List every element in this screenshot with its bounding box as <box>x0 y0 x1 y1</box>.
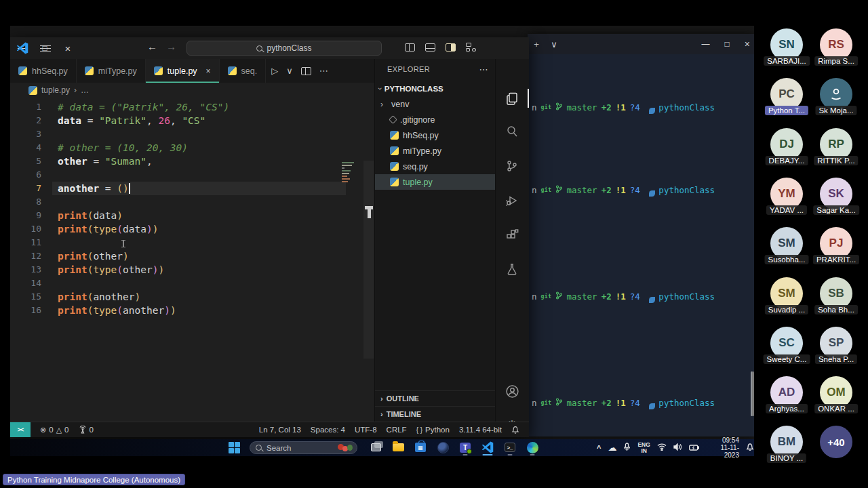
notifications-bell-icon[interactable] <box>511 426 519 434</box>
participants-scrollbar[interactable] <box>752 371 754 416</box>
windows-terminal-icon[interactable]: >_ <box>502 440 517 455</box>
terminal-new-tab-button[interactable]: + <box>528 39 545 49</box>
tab-label: seq. <box>241 66 258 76</box>
line-number: 6 <box>10 168 41 182</box>
customize-layout-icon[interactable] <box>466 43 476 52</box>
file-tree[interactable]: ›venv.gitignorehhSeq.pymiType.pyseq.pytu… <box>375 96 495 190</box>
tray-chevron-icon[interactable]: ^ <box>597 444 601 452</box>
participants-overflow-badge[interactable]: +40 <box>820 426 852 458</box>
file-explorer-icon[interactable] <box>391 440 406 455</box>
split-editor-icon[interactable] <box>301 67 311 75</box>
file-name: hhSeq.py <box>403 131 439 140</box>
run-dropdown-icon[interactable]: ∨ <box>286 66 293 76</box>
battery-icon[interactable] <box>689 444 699 452</box>
activity-bar[interactable]: ⚙ <box>495 59 529 422</box>
run-button[interactable]: ▷ <box>271 66 278 76</box>
notification-bell-icon[interactable] <box>746 443 754 453</box>
editor-actions[interactable]: ▷∨⋯ <box>266 59 328 83</box>
participant-name: ONKAR ... <box>814 404 858 413</box>
text-cursor <box>129 183 130 194</box>
participants-panel[interactable]: SNSARBAJI...RSRimpa S...PCPython T...Sk … <box>756 0 868 488</box>
outline-section[interactable]: ›OUTLINE <box>375 390 495 406</box>
indentation[interactable]: Spaces: 4 <box>311 426 345 434</box>
account-icon[interactable] <box>496 378 528 404</box>
terminal-titlebar[interactable]: + ∨ — □ × <box>528 34 754 54</box>
breadcrumb[interactable]: tuple.py › … <box>10 83 374 98</box>
terminal-window[interactable]: + ∨ — □ × ngitmaster+2!1?4 pythonClassng… <box>528 34 754 436</box>
search-icon[interactable] <box>496 119 528 144</box>
problems-indicator[interactable]: ⊗0 △0 <box>40 426 69 434</box>
git-branch-icon <box>555 398 562 408</box>
minimap[interactable] <box>342 162 357 184</box>
timeline-section[interactable]: ›TIMELINE <box>375 406 495 422</box>
extensions-icon[interactable] <box>496 222 528 248</box>
explorer-root-folder[interactable]: › PYTHONCLASS <box>375 81 495 96</box>
vscode-window[interactable]: ← → pythonClass — □ × hhSeq.pymiType.pyt… <box>10 37 529 437</box>
microsoft-store-icon[interactable]: ▦ <box>413 440 428 455</box>
command-center-search[interactable]: pythonClass <box>186 41 382 56</box>
volume-icon[interactable] <box>673 443 682 452</box>
nav-forward-button[interactable]: → <box>166 41 176 52</box>
tab-close-icon[interactable]: × <box>206 66 211 76</box>
run-debug-icon[interactable] <box>496 188 528 214</box>
terminal-minimize-button[interactable]: — <box>702 39 710 49</box>
language-mode[interactable]: { } Python <box>416 426 450 434</box>
line-number: 7 <box>10 182 41 195</box>
toggle-panel-icon[interactable] <box>425 43 435 52</box>
split-editor-icon[interactable] <box>405 43 415 52</box>
file-tree-item-hhSeqpy[interactable]: hhSeq.py <box>375 127 495 143</box>
file-tree-item-seqpy[interactable]: seq.py <box>375 159 495 174</box>
breadcrumb-symbol[interactable]: … <box>81 85 89 95</box>
browser-icon[interactable] <box>435 440 450 455</box>
vscode-close-button[interactable]: × <box>56 37 79 59</box>
line-number: 3 <box>10 127 41 141</box>
file-tree-item-gitignore[interactable]: .gitignore <box>375 112 495 127</box>
clock[interactable]: 09:5411-11-2023 <box>706 436 739 459</box>
nav-back-button[interactable]: ← <box>147 41 157 52</box>
file-tree-item-tuplepy[interactable]: tuple.py <box>375 174 495 190</box>
terminal-close-button[interactable]: × <box>745 39 750 49</box>
menu-icon[interactable] <box>40 45 51 52</box>
terminal-maximize-button[interactable]: □ <box>725 39 730 49</box>
tab-tuplepy[interactable]: tuple.py× <box>146 59 220 83</box>
editor-scrollbar[interactable] <box>363 161 374 359</box>
file-tree-item-venv[interactable]: ›venv <box>375 96 495 112</box>
file-tree-item-miTypepy[interactable]: miType.py <box>375 143 495 159</box>
explorer-icon[interactable] <box>496 85 528 111</box>
explorer-sidebar[interactable]: EXPLORER ⋯ › PYTHONCLASS ›venv.gitignore… <box>374 59 495 422</box>
status-bar[interactable]: >< ⊗0 △0 0 Ln 7, Col 13 Spaces: 4 UTF-8 … <box>10 422 529 437</box>
vscode-titlebar[interactable]: ← → pythonClass — □ × <box>10 37 529 59</box>
start-button[interactable] <box>229 442 240 453</box>
taskbar-search-box[interactable]: Search <box>250 441 357 454</box>
testing-icon[interactable] <box>496 256 528 282</box>
teams-icon[interactable]: T <box>458 440 473 455</box>
search-highlight-image[interactable] <box>336 443 354 452</box>
code-editor[interactable]: 1# data = ("Patrik", 26, "CS")2data = "P… <box>10 98 374 422</box>
task-view-icon[interactable] <box>368 440 383 455</box>
ports-indicator[interactable]: 0 <box>79 426 94 434</box>
editor-scrollbar-thumb[interactable] <box>365 206 373 209</box>
language-indicator[interactable]: ENGIN <box>637 442 650 453</box>
onedrive-cloud-icon[interactable]: ☁ <box>608 443 616 453</box>
toggle-secondary-sidebar-icon[interactable] <box>446 43 456 52</box>
microphone-icon[interactable] <box>623 443 631 453</box>
vscode-taskbar-icon[interactable] <box>480 440 495 455</box>
eol-sequence[interactable]: CRLF <box>387 426 407 434</box>
edge-icon[interactable] <box>525 440 540 455</box>
terminal-tab-dropdown-button[interactable]: ∨ <box>545 39 563 49</box>
breadcrumb-file[interactable]: tuple.py <box>41 85 70 95</box>
python-interpreter[interactable]: 3.11.4 64-bit <box>459 426 502 434</box>
editor-tab-bar[interactable]: hhSeq.pymiType.pytuple.py×seq.▷∨⋯ <box>10 59 374 83</box>
tab-hhSeqpy[interactable]: hhSeq.py <box>10 59 77 83</box>
encoding[interactable]: UTF-8 <box>355 426 377 434</box>
cursor-position[interactable]: Ln 7, Col 13 <box>259 426 301 434</box>
windows-taskbar[interactable]: Search ▦ T >_ ^ ☁ ENGIN <box>10 439 754 456</box>
tab-seq[interactable]: seq. <box>220 59 267 83</box>
prompt-branch: master <box>566 185 597 195</box>
source-control-icon[interactable] <box>496 153 528 179</box>
wifi-icon[interactable] <box>657 443 667 452</box>
explorer-more-actions-icon[interactable]: ⋯ <box>479 64 488 75</box>
more-actions-icon[interactable]: ⋯ <box>319 66 328 76</box>
tab-miTypepy[interactable]: miType.py <box>77 59 146 83</box>
remote-indicator-button[interactable]: >< <box>10 422 31 437</box>
